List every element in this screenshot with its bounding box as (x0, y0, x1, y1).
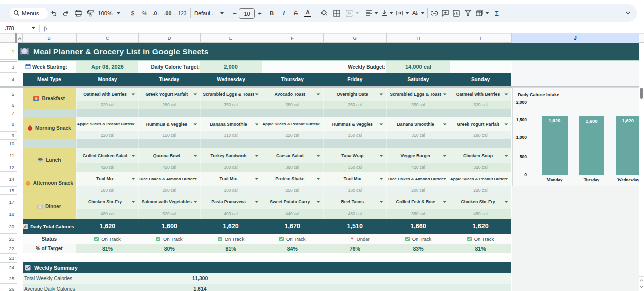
svg-text:A: A (412, 10, 416, 16)
